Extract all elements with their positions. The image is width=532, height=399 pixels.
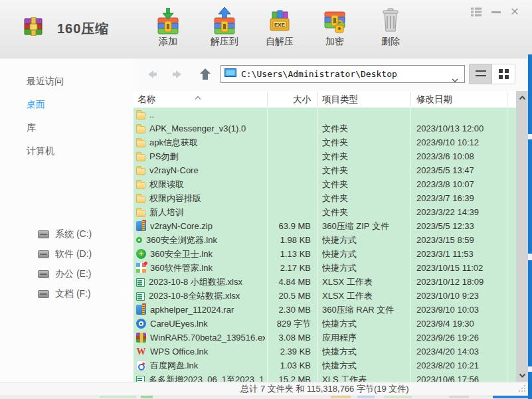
sidebar-place-4[interactable]: 计算机 (0, 139, 133, 163)
file-date: 2023/9/10 10:12 (416, 135, 515, 149)
desktop-fragment (357, 396, 375, 398)
list-view-button[interactable] (469, 64, 492, 84)
file-name: CareUEyes.lnk (150, 317, 208, 331)
file-row[interactable]: 多多新增2023_06_1至2023_1 15.2 MB XLS 工作表 202… (133, 372, 516, 382)
file-row[interactable]: apk信息获取 文件夹 2023/9/10 10:12 (133, 135, 516, 149)
sidebar-drive-3[interactable]: 办公 (E:) (0, 264, 133, 284)
column-divider[interactable] (507, 92, 507, 106)
file-size (264, 163, 311, 177)
toolbar-button-sfx[interactable]: EXE 自解压 (256, 7, 304, 53)
xlsx-file-icon (136, 278, 145, 287)
file-date: 2023/4/20 14:03 (416, 345, 515, 359)
file-row[interactable]: 权限内容排版 文件夹 2023/3/7 16:39 (133, 191, 516, 205)
toolbar-button-extract[interactable]: 解压到 (201, 7, 248, 53)
vertical-scrollbar[interactable] (516, 91, 528, 382)
file-date: 2023/3/1 11:53 (416, 247, 515, 261)
file-size: 1.98 KB (264, 233, 311, 247)
address-path[interactable]: C:\Users\Administrator\Desktop (241, 69, 397, 79)
file-size (264, 135, 311, 149)
file-type: 360压缩 ZIP 文件 (322, 219, 415, 233)
file-row[interactable]: WinRAR5.70beta2_139516.exe 3.08 MB 应用程序 … (133, 331, 516, 345)
file-size (264, 108, 311, 121)
file-type: XLS 工作表 (322, 372, 415, 382)
sidebar-drive-4[interactable]: 文档 (F:) (0, 284, 133, 304)
up-icon[interactable] (198, 67, 213, 82)
sidebar-drive-1[interactable]: 系统 (C:) (0, 224, 133, 244)
file-row[interactable]: 360软件管家.lnk 2.17 KB 快捷方式 2023/10/15 11:0… (133, 261, 516, 275)
file-name: WPS Office.lnk (150, 345, 208, 359)
toolbar: 160压缩 添加 解压到 EXE 自解压 加密 删除 (0, 0, 532, 58)
sidebar-place-3[interactable]: 库 (0, 116, 133, 139)
scroll-up-icon[interactable] (516, 91, 528, 104)
file-row[interactable]: 360安全浏览器.lnk 1.98 KB 快捷方式 2023/3/15 8:59 (133, 233, 516, 247)
file-row[interactable]: v2rayN-Core.zip 63.9 MB 360压缩 ZIP 文件 202… (133, 219, 516, 233)
file-row[interactable]: v2rayN-Core 文件夹 2023/5/5 13:47 (133, 163, 516, 177)
file-name: 多多新增2023_06_1至2023_1 (149, 372, 264, 382)
file-row[interactable]: 新人培训 文件夹 2023/3/22 14:39 (133, 205, 516, 219)
file-name: 权限读取 (149, 177, 184, 191)
resize-grip[interactable] (517, 385, 525, 393)
file-date: 2023/10/6 17:56 (416, 372, 515, 382)
toolbar-button-delete[interactable]: 删除 (367, 7, 414, 53)
column-header-size[interactable]: 大小 (267, 91, 311, 108)
file-name: .. (149, 108, 154, 121)
file-name: 百度网盘.lnk (150, 359, 198, 372)
toolbar-label: 添加 (144, 36, 192, 48)
toolbar-button-encrypt[interactable]: 加密 (311, 7, 359, 53)
file-date: 2023/10/15 11:02 (416, 261, 515, 275)
file-name: 360安全浏览器.lnk (146, 233, 217, 247)
toolbar-button-add[interactable]: 添加 (144, 7, 192, 53)
sidebar-drive-2[interactable]: 软件 (D:) (0, 244, 133, 264)
app-menu-icon[interactable] (470, 7, 483, 19)
file-date: 2023/9/10 10:03 (416, 303, 515, 317)
rar-file-icon (136, 305, 146, 315)
minimize-button[interactable] (489, 5, 503, 17)
dropdown-chevron-icon[interactable] (452, 73, 458, 85)
sidebar-place-1[interactable]: 最近访问 (0, 70, 133, 93)
column-divider[interactable] (267, 92, 268, 106)
file-row[interactable]: PS勿删 文件夹 2023/3/6 10:08 (133, 149, 516, 163)
file-row[interactable]: 百度网盘.lnk 1.03 KB 快捷方式 2023/8/20 10:21 (133, 359, 516, 372)
file-size: 2.30 MB (264, 303, 311, 317)
wps-file-icon (136, 347, 146, 357)
file-size: 2.39 KB (264, 345, 311, 359)
column-header-date[interactable]: 修改日期 (416, 91, 452, 108)
column-header-name[interactable]: 名称 (137, 91, 155, 108)
file-row[interactable]: APK_Messenger_v3(1).0 文件夹 2023/10/13 12:… (133, 121, 516, 135)
file-row[interactable]: 权限读取 文件夹 2023/3/8 10:07 (133, 177, 516, 191)
folder-file-icon (136, 182, 145, 189)
file-type: 文件夹 (322, 163, 415, 177)
grid-view-button[interactable] (492, 64, 515, 84)
file-row[interactable]: .. (133, 108, 516, 121)
file-type: 快捷方式 (322, 247, 415, 261)
file-date: 2023/5/5 13:47 (416, 163, 515, 177)
file-row[interactable]: 2023-10-8全站数据.xlsx 20.5 MB XLSX 工作表 2023… (133, 289, 516, 303)
column-header-type[interactable]: 项目类型 (322, 91, 358, 108)
file-date: 2023/10/13 12:00 (416, 121, 515, 135)
toolbar-label: 删除 (367, 36, 414, 48)
drive-icon (38, 270, 49, 278)
file-row[interactable]: CareUEyes.lnk 829 字节 快捷方式 2023/9/4 19:30 (133, 317, 516, 331)
file-type: 应用程序 (322, 331, 415, 345)
file-size (264, 149, 311, 163)
file-row[interactable]: 2023-10-8 小组数据.xlsx 4.84 MB XLSX 工作表 202… (133, 275, 516, 289)
drive-icon (38, 230, 49, 238)
file-row[interactable]: apkhelper_112024.rar 2.30 MB 360压缩 RAR 文… (133, 303, 516, 317)
scroll-down-icon[interactable] (516, 368, 528, 382)
close-button[interactable]: ✕ (508, 5, 521, 17)
folder-file-icon (136, 210, 145, 217)
sidebar-place-2[interactable]: 桌面 (0, 93, 133, 116)
file-row[interactable]: WPS Office.lnk 2.39 KB 快捷方式 2023/4/20 14… (133, 345, 516, 359)
forward-icon[interactable] (171, 67, 185, 82)
desktop-fragment (493, 396, 528, 398)
address-combobox[interactable]: C:\Users\Administrator\Desktop (221, 65, 465, 83)
column-divider[interactable] (317, 92, 318, 106)
file-row[interactable]: 360安全卫士.lnk 1.13 KB 快捷方式 2023/3/1 11:53 (133, 247, 516, 261)
desktop-fragment (141, 396, 153, 398)
file-size: 1.03 KB (264, 359, 311, 372)
file-date: 2023/10/12 18:09 (416, 275, 515, 289)
column-divider[interactable] (410, 92, 411, 106)
back-icon[interactable] (144, 67, 159, 82)
file-name: 权限内容排版 (149, 191, 201, 205)
file-name: 360安全卫士.lnk (150, 247, 213, 261)
